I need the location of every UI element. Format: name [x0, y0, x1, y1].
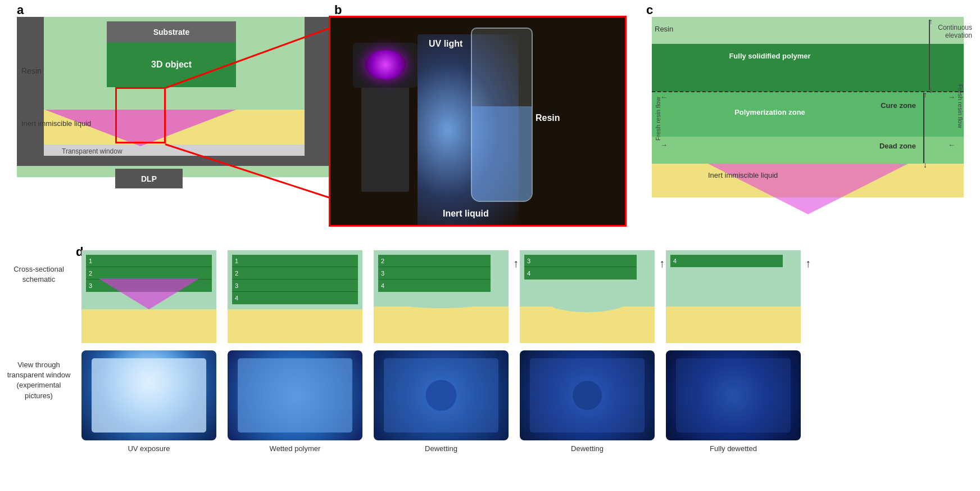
s2-row2: 2	[232, 267, 358, 280]
substrate-block: Substrate	[107, 21, 236, 43]
schematic-3: 2 3 4 ↑	[374, 250, 509, 343]
panel-b: b UV light Resin Inert liquid	[323, 0, 632, 242]
panel-c: c Resin Fully solidified polymer Continu…	[641, 0, 978, 242]
caption-1: UV exposure	[81, 444, 216, 453]
caption-5: Fully dewetted	[666, 444, 801, 453]
s1-uv-cone	[98, 278, 199, 309]
inert-label-a: Inert immiscible liquid	[21, 119, 91, 128]
schematic-1: 1 2 3	[81, 250, 216, 343]
photo-b: UV light Resin Inert liquid	[329, 16, 627, 227]
schematic-2: 1 2 3 4	[228, 250, 362, 343]
c-fresh-right: Fresh resin flow	[957, 84, 964, 135]
photo-3-blob	[426, 380, 457, 411]
panel-a-label: a	[17, 3, 24, 17]
s2-inert	[228, 309, 362, 343]
c-fresh-arrow-right2: ←	[948, 141, 955, 149]
c-fresh-left: Fresh resin flow	[655, 96, 661, 141]
red-indicator-box	[115, 87, 166, 143]
caption-3: Dewetting	[374, 444, 509, 453]
row2-label: View through transparent window (experim…	[3, 360, 75, 401]
c-cure-arrow-down: ↓	[923, 160, 927, 169]
c-fresh-arrow-left2: →	[660, 141, 668, 149]
photo-4-blob	[573, 381, 602, 410]
c-poly-label: Polymerization zone	[725, 108, 815, 116]
c-solidified-label: Fully solidified polymer	[725, 52, 815, 60]
photo-1	[81, 350, 216, 440]
vial-liquid	[472, 106, 532, 201]
s4-row3: 3	[524, 255, 637, 267]
resin-label-b: Resin	[536, 113, 560, 123]
caption-2: Wetted polymer	[228, 444, 362, 453]
s2-row4: 4	[232, 292, 358, 304]
resin-label-a: Resin	[21, 66, 42, 75]
c-fresh-arrow-right1: →	[948, 93, 955, 101]
dlp-label: DLP	[141, 174, 157, 183]
photo-1-glow	[81, 350, 216, 440]
s3-inert	[374, 307, 509, 343]
s4-row4: 4	[524, 267, 637, 280]
s4-up-arrow: ↑	[659, 257, 665, 270]
s4-green: 3 4	[524, 255, 637, 280]
schematic-5: 4 ↑	[666, 250, 801, 343]
photo-5	[666, 350, 801, 440]
s1-row1: 1	[86, 255, 212, 267]
c-dead-zone	[652, 137, 964, 164]
photo-4-inner	[530, 358, 645, 433]
flashlight-lens	[365, 50, 406, 79]
panel-c-label: c	[646, 3, 653, 17]
s4-concave	[548, 292, 627, 312]
photo-2	[228, 350, 362, 440]
panel-a: a Substrate 3D object DLP Resin Inert im…	[0, 0, 348, 236]
s3-green: 2 3 4	[378, 255, 491, 292]
dlp-box: DLP	[115, 169, 183, 188]
s5-row4: 4	[670, 255, 783, 267]
s3-concave	[396, 297, 486, 308]
c-inert-label: Inert immiscible liquid	[708, 171, 778, 179]
s3-up-arrow: ↑	[513, 257, 519, 270]
s5-inert	[666, 307, 801, 343]
s5-up-arrow: ↑	[805, 257, 811, 270]
inert-label-b: Inert liquid	[443, 209, 489, 219]
photo-4	[520, 350, 655, 440]
frame-bottom-a	[17, 156, 332, 166]
panel-d: d Cross-sectional schematic View through…	[0, 242, 980, 491]
caption-4: Dewetting	[520, 444, 655, 453]
c-dashed-line	[652, 91, 964, 92]
c-dead-label: Dead zone	[879, 142, 916, 150]
object-3d-label: 3D object	[151, 60, 192, 70]
s2-row3: 3	[232, 280, 358, 292]
s2-green: 1 2 3 4	[232, 255, 358, 304]
c-elev-arrow-down: ↓	[929, 85, 933, 94]
s3-row3: 3	[378, 267, 491, 280]
s2-row1: 1	[232, 255, 358, 267]
photo-3	[374, 350, 509, 440]
c-resin-top	[652, 17, 964, 44]
window-label-a: Transparent window	[62, 147, 122, 155]
s1-row2: 2	[86, 267, 212, 280]
s1-inert	[81, 309, 216, 343]
vial	[471, 28, 533, 202]
schematic-4: 3 4 ↑	[520, 250, 655, 343]
c-continuous-label: Continuouselevation	[938, 24, 972, 39]
s3-row2: 2	[378, 255, 491, 267]
photo-2-inner	[238, 358, 352, 433]
frame-left-a	[17, 17, 44, 157]
s3-row4: 4	[378, 280, 491, 292]
photo-3-inner	[384, 358, 498, 433]
object-3d: 3D object	[107, 42, 236, 87]
c-fresh-arrow-left1: ←	[660, 93, 668, 101]
c-cure-label: Cure zone	[881, 101, 916, 110]
s5-green: 4	[670, 255, 783, 267]
uvlight-label: UV light	[429, 39, 462, 49]
c-resin-label: Resin	[655, 25, 673, 33]
substrate-label: Substrate	[153, 28, 190, 37]
photo-5-inner	[676, 358, 791, 433]
c-solidified-layer	[652, 44, 964, 92]
row1-label: Cross-sectional schematic	[6, 264, 72, 285]
c-cure-arrow-line	[923, 93, 924, 163]
c-cure-arrow-up: ↑	[923, 90, 927, 99]
c-elev-arrow-up: ↑	[929, 17, 933, 26]
c-elev-arrow-line	[929, 20, 930, 90]
